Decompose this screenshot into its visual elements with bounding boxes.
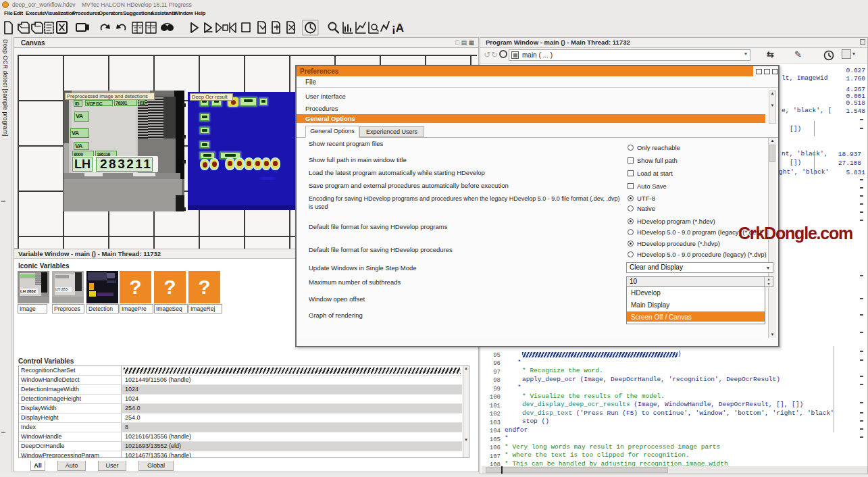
svg-text:¡A: ¡A bbox=[392, 22, 404, 34]
